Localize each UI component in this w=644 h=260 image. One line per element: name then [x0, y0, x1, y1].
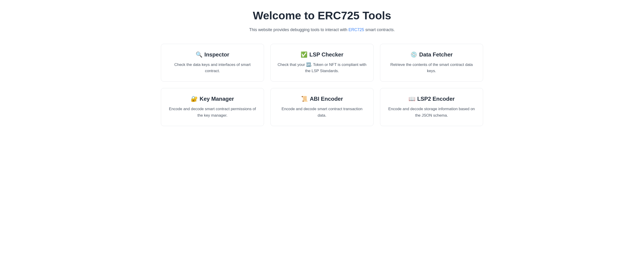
card-description: Retrieve the contents of the smart contr… — [387, 62, 476, 74]
magnifier-icon: 🔍 — [196, 51, 202, 58]
card-description: Check that your 🆙, Token or NFT is compl… — [277, 62, 367, 74]
lock-icon: 🔐 — [191, 96, 198, 102]
card-lsp2-encoder[interactable]: 📖 LSP2 Encoder Encode and decode storage… — [380, 88, 483, 126]
scroll-icon: 📜 — [301, 96, 308, 102]
card-title-text: Inspector — [204, 51, 229, 58]
card-title-text: LSP Checker — [309, 51, 344, 58]
card-key-manager[interactable]: 🔐 Key Manager Encode and decode smart co… — [161, 88, 264, 126]
card-description: Encode and decode smart contract transac… — [277, 106, 367, 118]
card-title-text: ABI Encoder — [310, 96, 343, 102]
card-lsp-checker[interactable]: ✅ LSP Checker Check that your 🆙, Token o… — [270, 44, 374, 82]
card-description: Check the data keys and interfaces of sm… — [168, 62, 257, 74]
card-abi-encoder[interactable]: 📜 ABI Encoder Encode and decode smart co… — [270, 88, 374, 126]
page-title: Welcome to ERC725 Tools — [161, 9, 483, 22]
erc725-link[interactable]: ERC725 — [348, 28, 364, 32]
card-description: Encode and decode storage information ba… — [387, 106, 476, 118]
card-title: 💿 Data Fetcher — [387, 51, 476, 58]
tools-grid: 🔍 Inspector Check the data keys and inte… — [161, 44, 483, 126]
subtitle-text-suffix: smart contracts. — [364, 28, 395, 32]
subtitle-text-prefix: This website provides debugging tools to… — [249, 28, 348, 32]
card-description: Encode and decode smart contract permiss… — [168, 106, 257, 118]
disc-icon: 💿 — [410, 51, 417, 58]
card-title-text: LSP2 Encoder — [417, 96, 455, 102]
book-icon: 📖 — [408, 96, 416, 102]
card-inspector[interactable]: 🔍 Inspector Check the data keys and inte… — [161, 44, 264, 82]
card-title: 🔐 Key Manager — [168, 96, 257, 102]
card-title-text: Key Manager — [200, 96, 234, 102]
card-title: 📜 ABI Encoder — [277, 96, 367, 102]
card-title: ✅ LSP Checker — [277, 51, 367, 58]
card-title: 📖 LSP2 Encoder — [387, 96, 476, 102]
card-data-fetcher[interactable]: 💿 Data Fetcher Retrieve the contents of … — [380, 44, 483, 82]
checkmark-icon: ✅ — [300, 51, 308, 58]
card-title: 🔍 Inspector — [168, 51, 257, 58]
card-title-text: Data Fetcher — [419, 51, 452, 58]
page-subtitle: This website provides debugging tools to… — [161, 28, 483, 32]
